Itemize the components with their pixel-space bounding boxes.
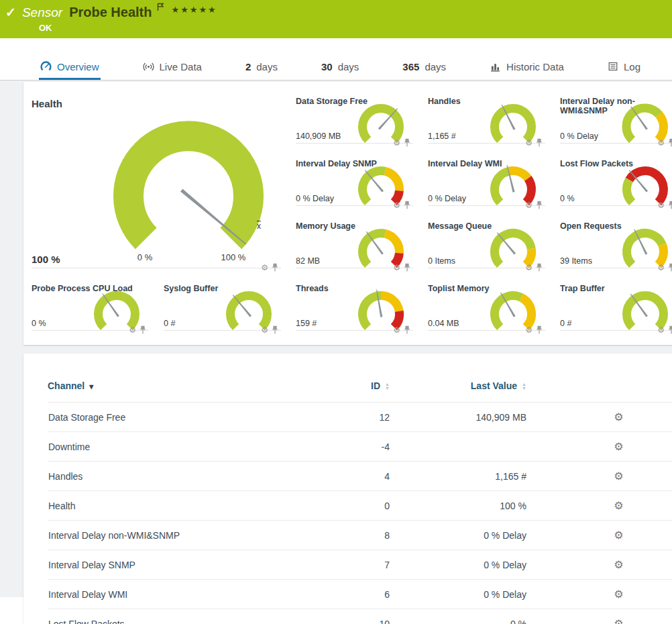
gauge-pin-icon[interactable] (272, 325, 278, 334)
column-header-channel[interactable]: Channel▾ (48, 380, 343, 403)
tab-bar: OverviewLive Data2days30days365daysHisto… (0, 55, 672, 81)
channel-name[interactable]: Downtime (48, 432, 343, 462)
channel-settings-gear-icon[interactable]: ⚙ (614, 411, 623, 423)
channel-name[interactable]: Interval Delay non-WMI&SNMP (48, 521, 343, 550)
gauge-pin-icon[interactable] (404, 325, 410, 334)
channel-name[interactable]: Health (48, 491, 343, 521)
divider (560, 143, 672, 144)
tab-live-data[interactable]: Live Data (142, 55, 203, 80)
channel-table-body: Data Storage Free12140,909 MB⚙Downtime-4… (48, 403, 672, 624)
table-row-interval-delay-non-wmi-snmp: Interval Delay non-WMI&SNMP80 % Delay⚙ (48, 521, 672, 550)
gauge-value: 39 Items (560, 256, 592, 266)
channel-settings-gear-icon[interactable]: ⚙ (614, 500, 623, 511)
sort-arrows-icon[interactable]: ▲▼ (385, 382, 390, 391)
tab-365-days[interactable]: 365days (401, 55, 447, 80)
gauge-settings-gear-icon[interactable]: ⚙ (525, 264, 533, 272)
gauge-pin-icon[interactable] (536, 325, 543, 334)
channel-settings-gear-icon[interactable]: ⚙ (614, 529, 623, 541)
gauge-pin-icon[interactable] (404, 201, 410, 209)
gauge-settings-gear-icon[interactable]: ⚙ (261, 326, 268, 334)
tab-overview[interactable]: Overview (39, 55, 101, 80)
gauge-pin-icon[interactable] (536, 263, 543, 272)
gauge-actions: ⚙ (657, 263, 672, 272)
channel-id: 4 (343, 462, 413, 491)
channel-id: 10 (343, 609, 413, 624)
sensor-title-row: ✓ Sensor Probe Health ★★★★★ (0, 0, 672, 20)
gauge-settings-gear-icon[interactable]: ⚙ (657, 139, 665, 147)
channel-settings-gear-icon[interactable]: ⚙ (614, 559, 623, 570)
gauge-scale-min: 0 % (121, 252, 168, 262)
gauge-settings-gear-icon[interactable]: ⚙ (393, 326, 400, 334)
channel-settings-gear-icon[interactable]: ⚙ (614, 441, 623, 452)
gauge-pin-icon[interactable] (668, 325, 672, 334)
gauge-pin-icon[interactable] (536, 138, 543, 147)
gauge-actions: ⚙ (657, 325, 672, 334)
channel-last-value: 0 % Delay (413, 550, 553, 580)
gauge-settings-gear-icon[interactable]: ⚙ (657, 326, 665, 334)
gauge-actions: ⚙ (261, 325, 278, 334)
gauge-memory-usage: Memory Usage82 MB⚙ (288, 215, 420, 277)
channel-name[interactable]: Lost Flow Packets (48, 609, 343, 624)
column-header-id[interactable]: ID▲▼ (343, 380, 413, 403)
gauge-value: 0 # (560, 319, 571, 328)
tab-historic-data[interactable]: Historic Data (488, 55, 565, 80)
gauge-pin-icon[interactable] (668, 263, 672, 272)
sensor-status-badge: OK (39, 23, 52, 33)
gauge-settings-gear-icon[interactable]: ⚙ (129, 326, 136, 334)
channel-id: 8 (343, 521, 413, 550)
gauge-settings-gear-icon[interactable]: ⚙ (525, 139, 533, 147)
channel-name[interactable]: Data Storage Free (48, 403, 343, 432)
gauge-open-requests: Open Requests39 Items⚙ (552, 215, 672, 277)
tab-number: 30 (321, 61, 333, 72)
sort-caret-icon[interactable]: ▾ (89, 382, 93, 391)
tab-2-days[interactable]: 2days (244, 55, 279, 80)
sensor-header: ✓ Sensor Probe Health ★★★★★ OK (0, 0, 672, 38)
gauge-settings-gear-icon[interactable]: ⚙ (525, 326, 533, 334)
gauge-actions: ⚙ (393, 201, 410, 209)
channel-name[interactable]: Interval Delay WMI (48, 580, 343, 609)
gauge-settings-gear-icon[interactable]: ⚙ (261, 264, 268, 272)
gauge-health: Health x 0 % 100 % 100 % ⚙ (23, 90, 288, 277)
gauge-pin-icon[interactable] (272, 263, 278, 272)
gauge-value: 82 MB (296, 256, 320, 266)
column-header-last-value[interactable]: Last Value▲▼ (413, 380, 553, 403)
tab-log[interactable]: Log (606, 55, 642, 80)
gauge-pin-icon[interactable] (404, 263, 410, 272)
gauge-pin-icon[interactable] (668, 201, 672, 209)
gauge-settings-gear-icon[interactable]: ⚙ (393, 139, 400, 147)
live-data-icon (143, 61, 154, 72)
log-icon (608, 61, 618, 72)
gauge-settings-gear-icon[interactable]: ⚙ (657, 201, 665, 209)
gauge-value: 0 % Delay (560, 132, 598, 141)
gauge-settings-gear-icon[interactable]: ⚙ (393, 201, 400, 209)
gauge-scale-max: 100 % (210, 252, 257, 262)
gauge-pin-icon[interactable] (139, 325, 146, 334)
priority-stars[interactable]: ★★★★★ (171, 5, 217, 15)
channel-name[interactable]: Interval Delay SNMP (48, 550, 343, 580)
gauge-pin-icon[interactable] (404, 138, 410, 147)
gauge-interval-delay-non-wmi-snmp: Interval Delay non-WMI&SNMP0 % Delay⚙ (552, 90, 672, 152)
tab-30-days[interactable]: 30days (320, 55, 360, 80)
sensor-name: Probe Health (69, 5, 152, 20)
channel-settings-gear-icon[interactable]: ⚙ (614, 588, 623, 600)
channel-id: -4 (343, 432, 413, 462)
gauge-pin-icon[interactable] (668, 138, 672, 147)
gauge-settings-gear-icon[interactable]: ⚙ (657, 264, 665, 272)
gauge-message-queue: Message Queue0 Items⚙ (420, 215, 552, 277)
channel-settings-gear-icon[interactable]: ⚙ (614, 618, 623, 624)
gauge-settings-gear-icon[interactable]: ⚙ (525, 201, 533, 209)
flag-icon[interactable] (157, 2, 164, 14)
gauge-actions: ⚙ (129, 325, 146, 334)
gauge-pin-icon[interactable] (536, 201, 543, 209)
tab-label: days (425, 61, 446, 72)
channel-name[interactable]: Handles (48, 462, 343, 491)
channels-table: Channel▾ ID▲▼ Last Value▲▼ Data Storage … (48, 380, 672, 624)
gauge-value: 0 # (164, 319, 175, 328)
divider (560, 268, 672, 268)
gauge-settings-gear-icon[interactable]: ⚙ (393, 264, 400, 272)
column-label: Last Value (471, 380, 517, 391)
channel-settings-gear-icon[interactable]: ⚙ (614, 470, 623, 482)
channel-id: 6 (343, 580, 413, 609)
gauge-interval-delay-wmi: Interval Delay WMI0 % Delay⚙ (420, 152, 552, 215)
sort-arrows-icon[interactable]: ▲▼ (522, 382, 526, 391)
